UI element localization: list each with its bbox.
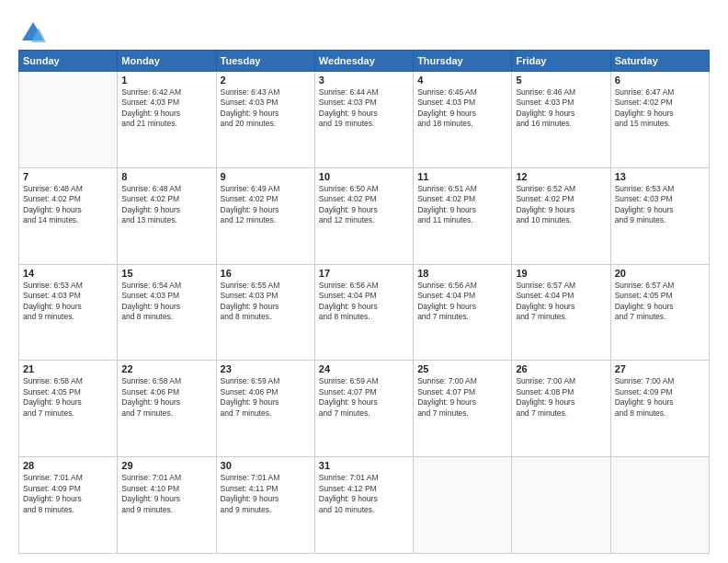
weekday-header-sunday: Sunday [19, 51, 118, 72]
calendar-week-row: 7Sunrise: 6:48 AMSunset: 4:02 PMDaylight… [19, 167, 710, 264]
day-info: Sunrise: 6:48 AMSunset: 4:02 PMDaylight:… [121, 184, 211, 226]
calendar-week-row: 1Sunrise: 6:42 AMSunset: 4:03 PMDaylight… [19, 72, 710, 168]
calendar-cell: 14Sunrise: 6:53 AMSunset: 4:03 PMDayligh… [19, 264, 118, 361]
calendar-cell: 26Sunrise: 7:00 AMSunset: 4:08 PMDayligh… [512, 361, 610, 457]
day-info: Sunrise: 6:50 AMSunset: 4:02 PMDaylight:… [319, 184, 409, 226]
day-number: 26 [516, 363, 606, 374]
day-number: 3 [319, 75, 409, 86]
day-info: Sunrise: 6:56 AMSunset: 4:04 PMDaylight:… [417, 281, 507, 323]
day-number: 5 [516, 75, 606, 86]
day-number: 24 [319, 363, 409, 374]
day-number: 21 [23, 363, 113, 374]
weekday-header-saturday: Saturday [610, 51, 709, 72]
calendar-cell: 17Sunrise: 6:56 AMSunset: 4:04 PMDayligh… [314, 264, 413, 361]
calendar-cell: 2Sunrise: 6:43 AMSunset: 4:03 PMDaylight… [216, 72, 314, 168]
day-number: 30 [221, 460, 311, 471]
calendar-cell: 5Sunrise: 6:46 AMSunset: 4:03 PMDaylight… [512, 72, 610, 168]
calendar-cell: 24Sunrise: 6:59 AMSunset: 4:07 PMDayligh… [314, 361, 413, 457]
day-info: Sunrise: 6:55 AMSunset: 4:03 PMDaylight:… [221, 281, 311, 323]
calendar-week-row: 28Sunrise: 7:01 AMSunset: 4:09 PMDayligh… [19, 457, 710, 554]
day-info: Sunrise: 6:43 AMSunset: 4:03 PMDaylight:… [221, 87, 311, 130]
day-number: 10 [319, 171, 409, 182]
day-number: 20 [615, 268, 705, 279]
weekday-header-wednesday: Wednesday [314, 51, 413, 72]
calendar-cell: 22Sunrise: 6:58 AMSunset: 4:06 PMDayligh… [118, 361, 216, 457]
day-number: 8 [121, 171, 211, 182]
day-number: 2 [221, 75, 311, 86]
calendar-cell: 12Sunrise: 6:52 AMSunset: 4:02 PMDayligh… [512, 167, 610, 264]
day-info: Sunrise: 6:45 AMSunset: 4:03 PMDaylight:… [417, 87, 507, 130]
day-number: 14 [23, 268, 113, 279]
day-info: Sunrise: 6:58 AMSunset: 4:05 PMDaylight:… [23, 376, 113, 419]
calendar-cell: 4Sunrise: 6:45 AMSunset: 4:03 PMDaylight… [414, 72, 512, 168]
day-info: Sunrise: 6:59 AMSunset: 4:07 PMDaylight:… [319, 376, 409, 419]
day-number: 17 [319, 268, 409, 279]
day-info: Sunrise: 7:00 AMSunset: 4:07 PMDaylight:… [417, 376, 507, 419]
calendar-cell: 1Sunrise: 6:42 AMSunset: 4:03 PMDaylight… [118, 72, 216, 168]
day-info: Sunrise: 6:57 AMSunset: 4:04 PMDaylight:… [516, 281, 606, 323]
weekday-header-row: SundayMondayTuesdayWednesdayThursdayFrid… [19, 51, 710, 72]
day-number: 13 [615, 171, 705, 182]
day-info: Sunrise: 7:01 AMSunset: 4:09 PMDaylight:… [23, 473, 113, 515]
day-info: Sunrise: 6:49 AMSunset: 4:02 PMDaylight:… [221, 184, 311, 226]
calendar-cell [19, 72, 118, 168]
weekday-header-friday: Friday [512, 51, 610, 72]
day-info: Sunrise: 6:47 AMSunset: 4:02 PMDaylight:… [615, 87, 705, 130]
day-info: Sunrise: 6:51 AMSunset: 4:02 PMDaylight:… [417, 184, 507, 226]
calendar-cell: 11Sunrise: 6:51 AMSunset: 4:02 PMDayligh… [414, 167, 512, 264]
calendar-week-row: 14Sunrise: 6:53 AMSunset: 4:03 PMDayligh… [19, 264, 710, 361]
day-number: 31 [319, 460, 409, 471]
logo-icon [20, 20, 46, 46]
day-info: Sunrise: 6:59 AMSunset: 4:06 PMDaylight:… [221, 376, 311, 419]
day-info: Sunrise: 6:42 AMSunset: 4:03 PMDaylight:… [121, 87, 211, 130]
day-info: Sunrise: 6:56 AMSunset: 4:04 PMDaylight:… [319, 281, 409, 323]
calendar-cell [414, 457, 512, 554]
day-number: 4 [417, 75, 507, 86]
day-info: Sunrise: 7:01 AMSunset: 4:12 PMDaylight:… [319, 473, 409, 515]
day-info: Sunrise: 6:53 AMSunset: 4:03 PMDaylight:… [615, 184, 705, 226]
calendar-cell: 8Sunrise: 6:48 AMSunset: 4:02 PMDaylight… [118, 167, 216, 264]
day-info: Sunrise: 6:58 AMSunset: 4:06 PMDaylight:… [121, 376, 211, 419]
calendar-cell: 9Sunrise: 6:49 AMSunset: 4:02 PMDaylight… [216, 167, 314, 264]
day-info: Sunrise: 7:01 AMSunset: 4:10 PMDaylight:… [121, 473, 211, 515]
calendar-cell: 30Sunrise: 7:01 AMSunset: 4:11 PMDayligh… [216, 457, 314, 554]
day-number: 12 [516, 171, 606, 182]
day-number: 27 [615, 363, 705, 374]
day-number: 1 [121, 75, 211, 86]
day-number: 29 [121, 460, 211, 471]
day-info: Sunrise: 6:53 AMSunset: 4:03 PMDaylight:… [23, 281, 113, 323]
calendar-cell: 21Sunrise: 6:58 AMSunset: 4:05 PMDayligh… [19, 361, 118, 457]
day-number: 16 [221, 268, 311, 279]
calendar-cell: 19Sunrise: 6:57 AMSunset: 4:04 PMDayligh… [512, 264, 610, 361]
day-info: Sunrise: 7:01 AMSunset: 4:11 PMDaylight:… [221, 473, 311, 515]
weekday-header-monday: Monday [118, 51, 216, 72]
day-number: 6 [615, 75, 705, 86]
calendar-cell: 3Sunrise: 6:44 AMSunset: 4:03 PMDaylight… [314, 72, 413, 168]
logo [18, 20, 46, 42]
calendar-cell: 23Sunrise: 6:59 AMSunset: 4:06 PMDayligh… [216, 361, 314, 457]
page: SundayMondayTuesdayWednesdayThursdayFrid… [0, 0, 728, 563]
day-info: Sunrise: 6:54 AMSunset: 4:03 PMDaylight:… [121, 281, 211, 323]
day-info: Sunrise: 6:44 AMSunset: 4:03 PMDaylight:… [319, 87, 409, 130]
day-info: Sunrise: 7:00 AMSunset: 4:09 PMDaylight:… [615, 376, 705, 419]
calendar-cell: 29Sunrise: 7:01 AMSunset: 4:10 PMDayligh… [118, 457, 216, 554]
weekday-header-thursday: Thursday [414, 51, 512, 72]
day-info: Sunrise: 7:00 AMSunset: 4:08 PMDaylight:… [516, 376, 606, 419]
day-number: 15 [121, 268, 211, 279]
calendar-cell: 10Sunrise: 6:50 AMSunset: 4:02 PMDayligh… [314, 167, 413, 264]
day-number: 25 [417, 363, 507, 374]
weekday-header-tuesday: Tuesday [216, 51, 314, 72]
calendar-week-row: 21Sunrise: 6:58 AMSunset: 4:05 PMDayligh… [19, 361, 710, 457]
day-info: Sunrise: 6:57 AMSunset: 4:05 PMDaylight:… [615, 281, 705, 323]
day-number: 22 [121, 363, 211, 374]
day-number: 18 [417, 268, 507, 279]
calendar-cell: 31Sunrise: 7:01 AMSunset: 4:12 PMDayligh… [314, 457, 413, 554]
calendar-cell: 18Sunrise: 6:56 AMSunset: 4:04 PMDayligh… [414, 264, 512, 361]
calendar-cell: 25Sunrise: 7:00 AMSunset: 4:07 PMDayligh… [414, 361, 512, 457]
calendar-cell [512, 457, 610, 554]
calendar-cell: 13Sunrise: 6:53 AMSunset: 4:03 PMDayligh… [610, 167, 709, 264]
day-number: 19 [516, 268, 606, 279]
day-info: Sunrise: 6:46 AMSunset: 4:03 PMDaylight:… [516, 87, 606, 130]
calendar-cell: 28Sunrise: 7:01 AMSunset: 4:09 PMDayligh… [19, 457, 118, 554]
calendar-cell: 15Sunrise: 6:54 AMSunset: 4:03 PMDayligh… [118, 264, 216, 361]
